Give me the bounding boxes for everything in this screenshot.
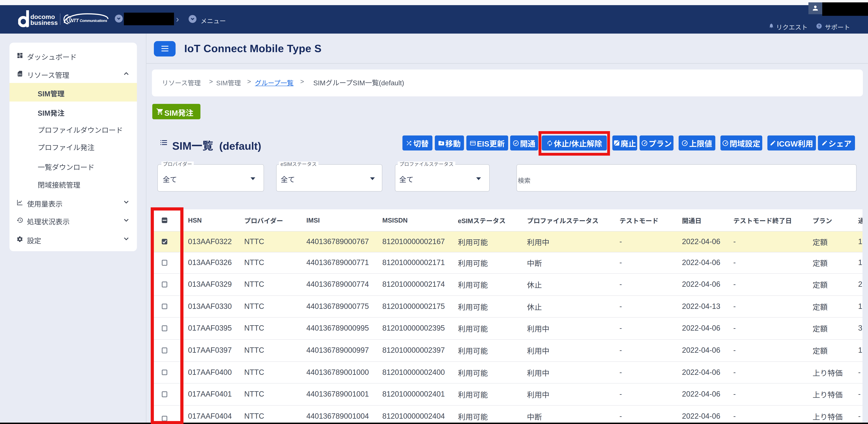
svg-text:NTT: NTT: [70, 18, 79, 23]
svg-text:?: ?: [818, 24, 820, 28]
svg-text:Communications: Communications: [80, 19, 107, 23]
